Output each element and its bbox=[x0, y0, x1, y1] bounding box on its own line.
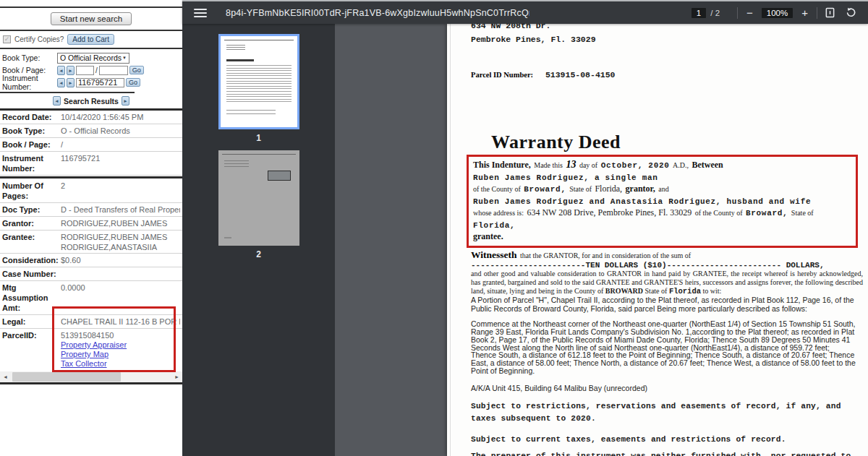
indenture-text: grantee. bbox=[473, 231, 503, 241]
search-form: Book Type: O Official Records ▼ Book / P… bbox=[0, 49, 182, 92]
certify-copies-checkbox[interactable]: ✓ bbox=[3, 35, 11, 43]
indenture-text: State of bbox=[791, 209, 814, 217]
grantee-row: Grantee: RODRIGUEZ,RUBEN JAMES RODRIGUEZ… bbox=[0, 231, 182, 254]
book-page-go-button[interactable]: Go bbox=[129, 66, 144, 74]
legal-row: Legal: CHAPEL TRAIL II 112-16 B POR PAR … bbox=[0, 315, 182, 329]
document-page: 634 NW 208th Dr. Pembroke Pines, Fl. 330… bbox=[447, 24, 868, 456]
pages-label: Number Of Pages: bbox=[2, 181, 59, 201]
horizontal-scrollbar[interactable]: ◄ ► bbox=[0, 371, 182, 382]
book-input[interactable] bbox=[76, 66, 94, 75]
scroll-left-arrow-icon[interactable]: ◄ bbox=[0, 371, 11, 382]
page-number-input[interactable]: 1 bbox=[692, 8, 706, 18]
county-name: BROWARD bbox=[605, 287, 643, 295]
book-page-detail-label: Book / Page: bbox=[2, 139, 59, 150]
grantor-county: Broward, bbox=[524, 185, 566, 194]
thumbnail-content bbox=[224, 237, 231, 238]
scrollbar-thumb[interactable] bbox=[12, 372, 121, 382]
ten-dollars-line: ------------------------TEN DOLLARS ($10… bbox=[471, 261, 863, 270]
grantee-county: Broward, bbox=[746, 209, 788, 218]
consideration-row: Consideration: $0.60 bbox=[0, 254, 182, 267]
document-title: Warranty Deed bbox=[491, 133, 863, 152]
preparer-paragraph: The preparer of this instrument was neit… bbox=[471, 452, 863, 456]
instrument-number-input[interactable] bbox=[76, 78, 124, 87]
scan-artifact-line bbox=[450, 24, 451, 456]
search-results-next-button[interactable]: ► bbox=[122, 96, 129, 106]
book-page-prev-button[interactable]: ◄ bbox=[57, 66, 65, 75]
book-type-select[interactable]: O Official Records ▼ bbox=[57, 53, 129, 64]
legal-label: Legal: bbox=[2, 317, 59, 327]
thumbnail-content bbox=[268, 171, 291, 181]
page-total-label: / 2 bbox=[710, 9, 720, 17]
page-input[interactable] bbox=[99, 66, 128, 75]
indenture-text: grantor, bbox=[626, 184, 655, 194]
grantee-names: Ruben James Rodriguez and Anastasiia Rod… bbox=[473, 197, 811, 206]
parcel-id-doc-value: 513915-08-4150 bbox=[545, 70, 616, 79]
legal-description-intro: A Portion of Parcel "H", Chapel Trail II… bbox=[471, 296, 856, 313]
book-page-next-button[interactable]: ► bbox=[67, 66, 75, 75]
consideration-value: $0.60 bbox=[61, 255, 180, 265]
consideration-text: and other good and valuable consideratio… bbox=[471, 270, 863, 295]
parcel-id-doc-label: Parcel ID Number: bbox=[471, 71, 533, 79]
checkmark-icon: ✓ bbox=[4, 36, 10, 43]
record-date-value: 10/14/2020 1:56:45 PM bbox=[61, 112, 180, 122]
record-date-row: Record Date: 10/14/2020 1:56:45 PM bbox=[0, 111, 182, 124]
certify-copies-label: Certify Copies? bbox=[14, 35, 64, 43]
indenture-text: State of bbox=[569, 185, 592, 193]
indenture-text: A.D., bbox=[673, 161, 689, 169]
thumbnail-content bbox=[226, 110, 276, 117]
number-of-pages-row: Number Of Pages: 2 bbox=[0, 179, 182, 203]
grantor-state: Florida, bbox=[595, 184, 622, 194]
indenture-text: of the County of bbox=[473, 185, 521, 193]
scroll-right-arrow-icon[interactable]: ► bbox=[171, 371, 182, 382]
witnesseth-text: that the GRANTOR, for and in considerati… bbox=[520, 251, 691, 259]
zoom-in-button[interactable]: + bbox=[800, 7, 809, 18]
grantor-value: RODRIGUEZ,RUBEN JAMES bbox=[61, 218, 180, 228]
start-new-search-button[interactable]: Start new search bbox=[51, 12, 132, 25]
property-appraiser-link[interactable]: Property Appraiser bbox=[61, 340, 180, 350]
rotate-icon[interactable] bbox=[846, 7, 856, 18]
scrollbar-track[interactable] bbox=[11, 371, 171, 382]
indenture-text: of the County of bbox=[695, 209, 743, 217]
thumbnail-content bbox=[226, 59, 254, 61]
instrument-detail-label: Instrument Number: bbox=[2, 153, 59, 173]
record-details: Record Date: 10/14/2020 1:56:45 PM Book … bbox=[0, 111, 182, 370]
record-date-label: Record Date: bbox=[2, 112, 59, 122]
parcel-id-label: ParcelID: bbox=[2, 330, 59, 340]
grantee-label: Grantee: bbox=[2, 232, 59, 242]
to-wit-text: to wit: bbox=[702, 287, 721, 295]
instrument-prev-button[interactable]: ◄ bbox=[57, 78, 65, 87]
page-1-thumbnail[interactable] bbox=[218, 34, 299, 129]
page-2-thumbnail[interactable] bbox=[218, 150, 299, 246]
property-map-link[interactable]: Property Map bbox=[61, 350, 180, 359]
book-page-slash: / bbox=[95, 66, 98, 74]
aka-line: A/K/A Unit 415, Building 64 Malibu Bay (… bbox=[471, 384, 863, 392]
grantor-address-block: 634 NW 208th Dr. Pembroke Pines, Fl. 330… bbox=[471, 24, 863, 46]
grantee-state: Florida, bbox=[473, 221, 515, 230]
add-to-cart-button[interactable]: Add to Cart bbox=[67, 34, 114, 45]
search-results-label: Search Results bbox=[64, 97, 119, 106]
book-page-row: Book / Page: / bbox=[0, 138, 182, 152]
instrument-go-button[interactable]: Go bbox=[126, 78, 140, 87]
indenture-text: day of bbox=[579, 161, 597, 169]
menu-icon[interactable] bbox=[194, 9, 207, 17]
mtg-assumption-row: Mtg Assumption Amt: 0.0000 bbox=[0, 281, 182, 315]
tax-collector-link[interactable]: Tax Collector bbox=[61, 359, 180, 369]
doc-type-row: Doc Type: D - Deed Transfers of Real Pro… bbox=[0, 203, 182, 217]
book-type-detail-label: Book Type: bbox=[2, 126, 59, 136]
book-page-detail-value: / bbox=[61, 139, 180, 150]
indenture-text: whose address is: bbox=[473, 209, 524, 217]
thumbnail-sidebar: 1 2 bbox=[182, 24, 335, 456]
zoom-level-value[interactable]: 100% bbox=[762, 8, 793, 18]
annotation-box-indenture: This Indenture, Made this 13 day of Octo… bbox=[467, 155, 858, 248]
thumbnail-content bbox=[222, 154, 296, 155]
fit-to-page-icon[interactable] bbox=[825, 7, 835, 18]
address-line-1: 634 NW 208th Dr. bbox=[471, 24, 863, 33]
search-results-prev-button[interactable]: ◄ bbox=[53, 96, 61, 106]
pdf-content-area[interactable]: 634 NW 208th Dr. Pembroke Pines, Fl. 330… bbox=[335, 24, 868, 456]
page-2-thumbnail-label: 2 bbox=[256, 249, 261, 259]
book-type-selected-value: O Official Records bbox=[60, 53, 122, 62]
witnesseth-line: Witnesseth that the GRANTOR, for and in … bbox=[471, 249, 863, 261]
zoom-out-button[interactable]: − bbox=[745, 7, 754, 18]
thumbnail-content bbox=[224, 40, 294, 40]
instrument-next-button[interactable]: ► bbox=[67, 78, 75, 87]
